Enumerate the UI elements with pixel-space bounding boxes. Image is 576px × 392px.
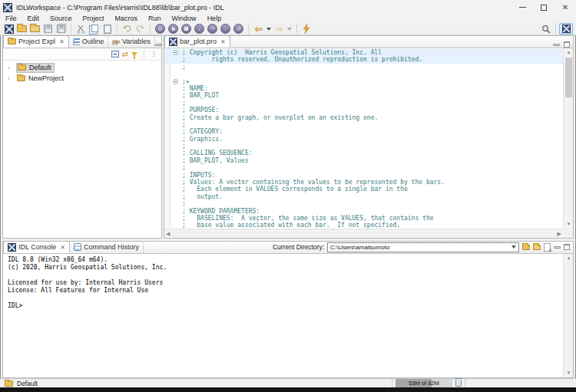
open-folder-button[interactable]: [29, 24, 41, 35]
maximize-button[interactable]: [533, 0, 554, 15]
filter-icon[interactable]: [131, 52, 137, 56]
console-vertical-scrollbar[interactable]: ▲ ▼: [563, 254, 573, 377]
code-line[interactable]: [164, 71, 563, 77]
tab-idl-console[interactable]: IDL Console✕: [3, 241, 70, 253]
paste-button[interactable]: [101, 24, 113, 35]
code-line[interactable]: ; CALLING SEQUENCE:: [164, 150, 563, 156]
browse-directory-button[interactable]: [522, 245, 530, 250]
cut-button[interactable]: [75, 24, 87, 35]
code-line[interactable]: ;: [164, 164, 563, 171]
forward-dropdown[interactable]: [287, 28, 292, 31]
run-button[interactable]: [167, 24, 179, 35]
code-line[interactable]: ; Copyright (c) Harris Geospatial Soluti…: [164, 49, 563, 56]
scroll-right-icon[interactable]: ▶: [558, 229, 561, 239]
fold-collapse-icon[interactable]: [173, 79, 178, 84]
tree-item-default[interactable]: ›Default: [3, 62, 161, 73]
tab-close-icon[interactable]: ✕: [220, 38, 226, 45]
undo-button[interactable]: [121, 24, 133, 35]
panel-maximize-icon[interactable]: [564, 244, 570, 250]
garbage-collect-icon[interactable]: [455, 380, 462, 387]
code-line[interactable]: ; Values: A vector containing the values…: [164, 179, 563, 186]
idl-perspective-button[interactable]: [559, 23, 573, 35]
code-line[interactable]: ; KEYWORD PARAMETERS:: [164, 208, 563, 215]
tab-project-expl[interactable]: Project Expl✕: [3, 35, 69, 48]
code-line[interactable]: ; Each element in VALUES corresponds to …: [164, 186, 563, 193]
editor-content[interactable]: ; Copyright (c) Harris Geospatial Soluti…: [164, 48, 563, 229]
link-with-editor-icon[interactable]: ⇄: [122, 51, 128, 58]
reset-idl-button[interactable]: [301, 24, 313, 35]
tab-close-icon[interactable]: ✕: [60, 244, 65, 251]
back-dropdown[interactable]: [266, 28, 271, 31]
save-all-button[interactable]: [55, 24, 67, 35]
code-line[interactable]: ;: [164, 64, 563, 71]
editor-vertical-scrollbar[interactable]: ▲ ▼: [563, 48, 573, 229]
code-line[interactable]: ; BAR_PLOT, Values: [164, 157, 563, 164]
current-directory-combobox[interactable]: C:\Users\amatsumoto: [327, 242, 519, 252]
tab-outline[interactable]: Outline: [69, 35, 109, 48]
close-button[interactable]: ✕: [554, 0, 576, 15]
code-line[interactable]: ; PURPOSE:: [164, 107, 563, 114]
expand-chevron-icon[interactable]: ›: [8, 64, 13, 71]
scroll-up-icon[interactable]: ▲: [564, 254, 574, 262]
scroll-down-icon[interactable]: ▼: [564, 369, 574, 377]
menu-project[interactable]: Project: [78, 15, 110, 23]
scrollbar-thumb[interactable]: [565, 58, 572, 97]
menu-help[interactable]: Help: [202, 15, 227, 23]
panel-minimize-icon[interactable]: [155, 44, 162, 46]
compile-button[interactable]: [154, 24, 166, 35]
run-to-line-button[interactable]: ↺: [233, 24, 244, 35]
collapse-all-icon[interactable]: [111, 51, 119, 58]
code-line[interactable]: ; Create a bar graph, or overplot on an …: [164, 114, 563, 121]
expand-chevron-icon[interactable]: ›: [8, 74, 13, 82]
menu-run[interactable]: Run: [143, 15, 167, 23]
minimize-button[interactable]: [511, 0, 533, 15]
menu-macros[interactable]: Macros: [110, 15, 144, 23]
menu-edit[interactable]: Edit: [22, 15, 45, 23]
scroll-left-icon[interactable]: ◀: [166, 229, 170, 239]
save-button[interactable]: [42, 24, 54, 35]
menu-window[interactable]: Window: [167, 15, 202, 23]
view-menu-icon[interactable]: ⋮: [151, 51, 157, 58]
back-button[interactable]: ⇦: [253, 24, 264, 35]
scroll-up-icon[interactable]: ▲: [564, 48, 574, 57]
panel-minimize-icon[interactable]: [554, 246, 561, 249]
menu-source[interactable]: Source: [45, 15, 78, 23]
code-line[interactable]: ; NAME:: [164, 85, 563, 92]
search-button[interactable]: [540, 24, 551, 35]
code-line[interactable]: ; output.: [164, 193, 563, 200]
tab-bar-plot-pro[interactable]: bar_plot.pro✕: [164, 35, 230, 48]
code-line[interactable]: ; INPUTS:: [164, 172, 563, 179]
code-line[interactable]: ; base value associated with each bar. I…: [164, 222, 563, 229]
fold-collapse-icon[interactable]: [173, 50, 178, 55]
step-into-button[interactable]: ↓: [194, 24, 205, 35]
clear-directory-button[interactable]: [544, 243, 551, 252]
panel-maximize-icon[interactable]: [564, 41, 570, 48]
redo-button[interactable]: [134, 24, 146, 35]
code-line[interactable]: ;: [164, 100, 563, 107]
code-line[interactable]: ; Graphics.: [164, 136, 563, 143]
tab-close-icon[interactable]: ✕: [59, 38, 65, 45]
step-return-button[interactable]: ↑: [220, 24, 231, 35]
code-line[interactable]: ;+: [164, 78, 563, 85]
code-line[interactable]: ; rights reserved. Unauthorized reproduc…: [164, 56, 563, 63]
step-over-button[interactable]: ↷: [207, 24, 218, 35]
panel-minimize-icon[interactable]: [553, 44, 560, 46]
combobox-dropdown-icon[interactable]: [511, 245, 516, 249]
scroll-down-icon[interactable]: ▼: [564, 220, 574, 229]
code-line[interactable]: ; BAR_PLOT: [164, 92, 563, 99]
editor-horizontal-scrollbar[interactable]: ◀ ▶: [164, 229, 563, 238]
open-file-button[interactable]: [16, 24, 28, 35]
forward-button[interactable]: ⇨: [273, 24, 285, 35]
new-idl-file-button[interactable]: [3, 24, 15, 35]
stop-button[interactable]: [180, 24, 192, 35]
code-line[interactable]: ;: [164, 143, 563, 150]
code-line[interactable]: ; BASELINES: A vector, the same size as …: [164, 215, 563, 222]
code-line[interactable]: ;: [164, 121, 563, 128]
menu-file[interactable]: File: [0, 15, 22, 23]
bookmark-directory-button[interactable]: [533, 245, 541, 250]
code-line[interactable]: ; CATEGORY:: [164, 128, 563, 135]
tab-command-history[interactable]: Command History: [70, 241, 144, 253]
tab-variables[interactable]: (x)=Variables: [108, 35, 155, 48]
code-line[interactable]: ;: [164, 200, 563, 207]
console-output[interactable]: IDL 8.8 (Win32 x86_64 m64). (c) 2020, Ha…: [8, 256, 167, 310]
